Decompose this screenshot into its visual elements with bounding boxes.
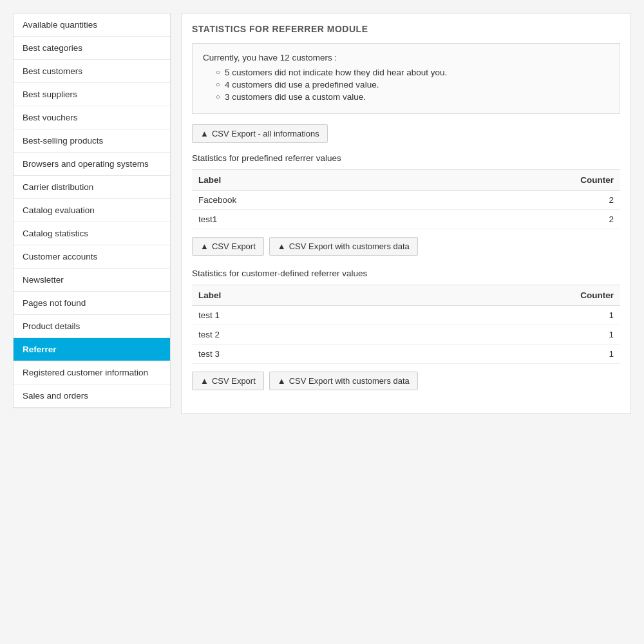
custom-section: Statistics for customer-defined referrer… [192, 269, 620, 390]
predefined-section: Statistics for predefined referrer value… [192, 153, 620, 256]
predefined-csv-customers-button[interactable]: ▲ CSV Export with customers data [269, 237, 418, 256]
sidebar-item-best-vouchers[interactable]: Best vouchers [14, 106, 170, 129]
download-icon-cust2: ▲ [278, 376, 286, 386]
download-icon-pred2: ▲ [278, 242, 286, 251]
predefined-label-header: Label [192, 170, 417, 191]
table-row: test 31 [192, 345, 620, 364]
download-icon-cust: ▲ [200, 376, 209, 386]
download-icon-pred: ▲ [200, 242, 209, 251]
sidebar-item-product-details[interactable]: Product details [14, 315, 170, 338]
custom-btn-row: ▲ CSV Export ▲ CSV Export with customers… [192, 372, 620, 390]
sidebar-item-best-suppliers[interactable]: Best suppliers [14, 83, 170, 106]
sidebar-item-available-quantities[interactable]: Available quantities [14, 14, 170, 37]
custom-counter-header: Counter [378, 285, 620, 306]
row-counter: 1 [378, 345, 620, 364]
row-label: test 3 [192, 345, 378, 364]
sidebar-item-customer-accounts[interactable]: Customer accounts [14, 245, 170, 269]
table-row: test12 [192, 210, 620, 229]
info-bullet: 5 customers did not indicate how they di… [216, 68, 609, 77]
row-counter: 1 [378, 306, 620, 325]
predefined-counter-header: Counter [417, 170, 620, 191]
predefined-csv-customers-label: CSV Export with customers data [289, 242, 410, 251]
sidebar-item-registered-customer-info[interactable]: Registered customer information [14, 361, 170, 384]
info-box: Currently, you have 12 customers : 5 cus… [192, 43, 620, 114]
predefined-btn-row: ▲ CSV Export ▲ CSV Export with customers… [192, 237, 620, 256]
info-bullet: 4 customers did use a predefined value. [216, 80, 609, 90]
sidebar-item-best-customers[interactable]: Best customers [14, 60, 170, 83]
info-summary: Currently, you have 12 customers : [203, 53, 609, 62]
predefined-section-title: Statistics for predefined referrer value… [192, 153, 620, 163]
custom-label-header: Label [192, 285, 378, 306]
sidebar-item-catalog-statistics[interactable]: Catalog statistics [14, 222, 170, 245]
predefined-table: Label Counter Facebook2test12 [192, 169, 620, 229]
predefined-csv-label: CSV Export [212, 242, 256, 251]
sidebar-item-sales-and-orders[interactable]: Sales and orders [14, 384, 170, 408]
row-counter: 1 [378, 325, 620, 345]
predefined-csv-export-button[interactable]: ▲ CSV Export [192, 237, 264, 256]
table-row: test 21 [192, 325, 620, 345]
sidebar-item-browsers-and-os[interactable]: Browsers and operating systems [14, 153, 170, 176]
table-row: Facebook2 [192, 191, 620, 210]
custom-table: Label Counter test 11test 21test 31 [192, 285, 620, 364]
main-content: STATISTICS FOR REFERRER MODULE Currently… [181, 13, 631, 414]
info-bullet: 3 customers did use a custom value. [216, 92, 609, 102]
csv-export-all-label: CSV Export - all informations [212, 129, 319, 138]
custom-section-title: Statistics for customer-defined referrer… [192, 269, 620, 278]
custom-csv-export-button[interactable]: ▲ CSV Export [192, 372, 264, 390]
sidebar-item-newsletter[interactable]: Newsletter [14, 269, 170, 292]
custom-csv-label: CSV Export [212, 376, 256, 386]
row-label: test1 [192, 210, 417, 229]
row-label: test 2 [192, 325, 378, 345]
sidebar-item-pages-not-found[interactable]: Pages not found [14, 292, 170, 315]
page-title: STATISTICS FOR REFERRER MODULE [192, 24, 620, 34]
csv-export-all-button[interactable]: ▲ CSV Export - all informations [192, 124, 328, 143]
sidebar-item-catalog-evaluation[interactable]: Catalog evaluation [14, 199, 170, 222]
download-icon: ▲ [200, 129, 209, 138]
sidebar-item-best-categories[interactable]: Best categories [14, 37, 170, 60]
custom-csv-customers-button[interactable]: ▲ CSV Export with customers data [269, 372, 418, 390]
row-label: test 1 [192, 306, 378, 325]
sidebar-item-carrier-distribution[interactable]: Carrier distribution [14, 176, 170, 199]
row-counter: 2 [417, 191, 620, 210]
custom-csv-customers-label: CSV Export with customers data [289, 376, 410, 386]
row-label: Facebook [192, 191, 417, 210]
info-bullets: 5 customers did not indicate how they di… [203, 68, 609, 102]
sidebar-item-best-selling-products[interactable]: Best-selling products [14, 129, 170, 153]
row-counter: 2 [417, 210, 620, 229]
table-row: test 11 [192, 306, 620, 325]
sidebar: Available quantitiesBest categoriesBest … [13, 13, 171, 408]
sidebar-item-referrer[interactable]: Referrer [14, 338, 170, 361]
